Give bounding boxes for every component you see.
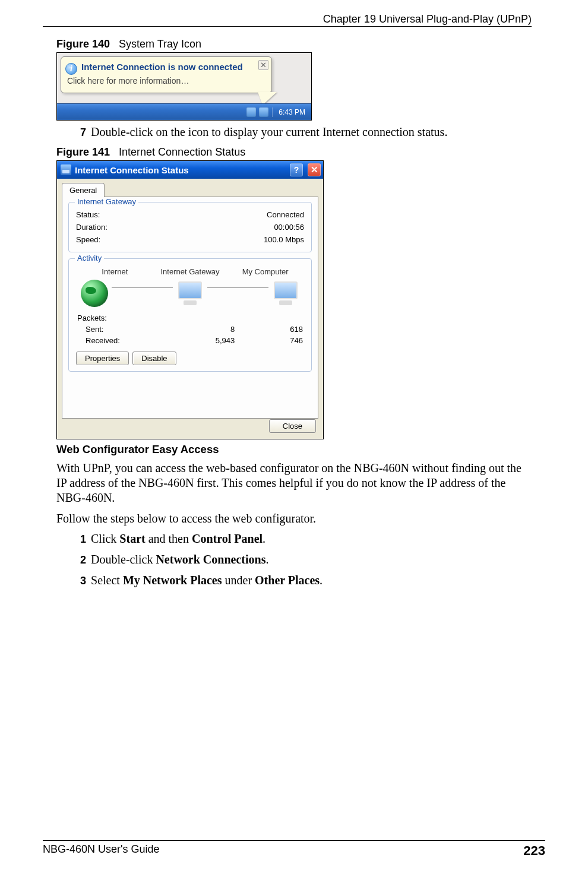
step-1-b1: Start [119,532,145,545]
col-computer: My Computer [227,267,303,276]
step-1-b2: Control Panel [192,532,263,545]
col-gateway: Internet Gateway [153,267,228,276]
step-7: 7Double-click on the icon to display you… [80,125,532,139]
connection-line-1 [112,287,173,288]
value-sent-pc: 618 [236,324,303,334]
close-dialog-button[interactable]: Close [269,419,316,433]
label-sent: Sent: [77,324,166,334]
step-1-pre: Click [91,532,119,545]
section-heading: Web Configurator Easy Access [56,443,532,456]
label-speed: Speed: [76,235,100,244]
group-internet-gateway: Internet Gateway Status:Connected Durati… [68,202,312,252]
titlebar: Internet Connection Status ? ✕ [57,161,323,179]
value-recv-gw: 5,943 [167,335,235,346]
figure140-caption: System Tray Icon [119,38,201,50]
legend-gateway: Internet Gateway [75,197,138,206]
step-1-post: . [263,532,265,545]
legend-activity: Activity [75,254,104,262]
group-activity: Activity Internet Internet Gateway My Co… [68,258,312,372]
step-2-post: . [265,553,268,566]
label-received: Received: [77,335,166,346]
figure140-number: Figure 140 [56,38,110,50]
balloon-subtext: Click here for more information… [67,76,189,86]
value-status: Connected [267,210,304,219]
gateway-pc-icon [176,281,204,305]
label-packets: Packets: [77,313,303,323]
network-icon-2[interactable] [259,107,268,117]
window-icon [61,164,71,175]
help-button[interactable]: ? [290,163,303,176]
footer-page-number: 223 [523,843,545,859]
my-pc-icon [272,281,299,305]
step-2-b1: Network Connections [156,553,265,566]
value-sent-gw: 8 [167,324,235,334]
figure141-dialog: Internet Connection Status ? ✕ General I… [56,160,324,439]
step-3-number: 3 [80,575,86,587]
figure141-number: Figure 141 [56,146,110,158]
step-1-mid: and then [146,532,192,545]
figure140-label: Figure 140 System Tray Icon [56,38,532,50]
step-1: 1Click Start and then Control Panel. [80,532,532,546]
label-duration: Duration: [76,223,108,232]
info-icon: i [65,63,77,75]
step-3-post: . [320,574,323,587]
tab-general[interactable]: General [62,183,105,197]
properties-button[interactable]: Properties [76,352,129,365]
disable-button[interactable]: Disable [132,352,176,365]
balloon-title: Internet Connection is now connected [81,62,243,72]
step-3: 3Select My Network Places under Other Pl… [80,574,532,587]
window-title: Internet Connection Status [75,165,189,175]
page-header: Chapter 19 Universal Plug-and-Play (UPnP… [43,13,532,27]
step-3-b2: Other Places [255,574,320,587]
value-duration: 00:00:56 [274,223,304,232]
taskbar: 6:43 PM [57,103,311,120]
step-2-number: 2 [80,554,86,566]
connection-line-2 [207,287,268,288]
step-3-pre: Select [91,574,123,587]
taskbar-clock: 6:43 PM [279,108,305,116]
section-para1: With UPnP, you can access the web-based … [56,461,532,505]
step-2: 2Double-click Network Connections. [80,553,532,566]
step-7-text: Double-click on the icon to display your… [91,125,447,138]
balloon-close-button[interactable]: ✕ [258,60,268,70]
systray-icons[interactable] [246,107,273,117]
step-7-number: 7 [80,126,86,138]
label-status: Status: [76,210,100,219]
step-3-b1: My Network Places [123,574,222,587]
globe-icon [81,280,108,307]
chapter-title: Chapter 19 Universal Plug-and-Play (UPnP… [323,13,532,25]
footer-guide: NBG-460N User's Guide [43,843,160,859]
figure140-image: i Internet Connection is now connected C… [56,52,312,121]
systray-balloon[interactable]: i Internet Connection is now connected C… [61,56,272,93]
col-internet: Internet [77,267,153,276]
figure141-caption: Internet Connection Status [119,146,245,158]
page-footer: NBG-460N User's Guide 223 [43,840,545,859]
value-speed: 100.0 Mbps [264,235,304,244]
packets-table: Packets: Sent: 8 618 Received: 5,943 746 [76,312,304,347]
network-icon[interactable] [246,107,256,117]
tab-panel-general: Internet Gateway Status:Connected Durati… [62,197,318,419]
close-button[interactable]: ✕ [308,163,321,176]
section-para2: Follow the steps below to access the web… [56,511,532,526]
tab-strip: General [57,179,323,197]
value-recv-pc: 746 [236,335,303,346]
figure141-label: Figure 141 Internet Connection Status [56,146,532,159]
step-1-number: 1 [80,533,86,545]
step-2-pre: Double-click [91,553,156,566]
step-3-mid: under [222,574,255,587]
